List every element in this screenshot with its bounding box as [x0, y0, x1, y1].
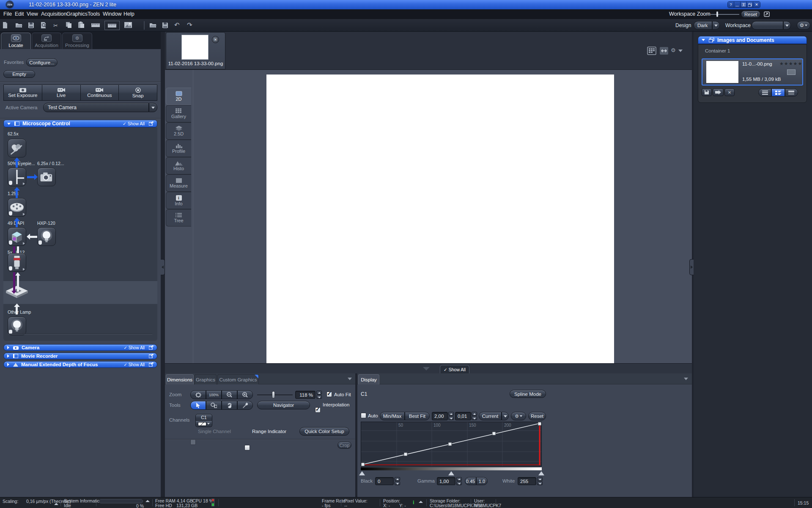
pan-tool-button[interactable]: [222, 401, 237, 410]
details-view-button[interactable]: [785, 88, 798, 97]
popout-icon[interactable]: [149, 362, 154, 367]
workspace-zoom-slider-thumb[interactable]: [716, 11, 718, 17]
minimize-button[interactable]: —: [734, 2, 741, 8]
zoom-value-stepper[interactable]: [316, 391, 322, 399]
camera-panel-header[interactable]: Camera ✓ Show All: [3, 344, 157, 351]
node-eyepiece-splitter[interactable]: [8, 168, 26, 186]
popout-icon[interactable]: [149, 345, 154, 350]
collapse-controls-icon[interactable]: [423, 367, 430, 370]
gamma-10-button[interactable]: 1.0: [476, 477, 488, 485]
left-panel-collapse-handle[interactable]: [161, 259, 165, 275]
document-tab[interactable]: ✕ 11-02-2016 13-33-00.png: [166, 32, 225, 69]
zoom-slider-thumb[interactable]: [272, 391, 275, 398]
new-document-icon[interactable]: [2, 22, 8, 29]
channel-selector[interactable]: C1: [195, 414, 212, 427]
item-select-box[interactable]: [787, 69, 796, 75]
tab-processing[interactable]: ⚙ Processing: [62, 33, 92, 49]
bestfit-high-stepper[interactable]: [472, 412, 477, 420]
white-point-slider[interactable]: [538, 471, 544, 475]
copy-icon[interactable]: [66, 22, 72, 28]
gallery-view-icon[interactable]: [647, 47, 656, 55]
list-view-button[interactable]: [758, 88, 771, 97]
movie-recorder-header[interactable]: Movie Recorder: [3, 353, 157, 359]
tab-graphics[interactable]: Graphics: [195, 374, 217, 384]
find-icon[interactable]: [40, 22, 47, 29]
gamma-045-button[interactable]: 0.45: [465, 477, 476, 485]
thumbnail-view-button[interactable]: [771, 88, 785, 97]
menu-acquisition[interactable]: Acquisition: [41, 11, 66, 17]
export-item-button[interactable]: [713, 88, 724, 96]
bestfit-high-input[interactable]: 0,01: [455, 412, 471, 420]
min-max-button[interactable]: Min/Max: [380, 412, 405, 420]
open-icon[interactable]: [15, 22, 22, 28]
display-settings-button[interactable]: ⚙: [511, 412, 526, 420]
zoom-value-input[interactable]: 118 %: [295, 391, 315, 399]
navigator-button[interactable]: Navigator: [257, 401, 310, 409]
image-icon[interactable]: [124, 22, 132, 28]
images-documents-header[interactable]: Images and Documents: [698, 36, 807, 44]
show-all-tab[interactable]: ✓ Show All: [440, 365, 469, 374]
picker-tool-button[interactable]: [237, 401, 253, 410]
node-hxp-lamp[interactable]: [37, 227, 56, 246]
node-camera-port[interactable]: [37, 168, 56, 186]
view-options-dropdown-icon[interactable]: [678, 50, 683, 52]
panel-dropdown-icon[interactable]: [684, 378, 688, 380]
view-tab-histo[interactable]: Histo: [166, 157, 191, 174]
empty-button[interactable]: Empty: [3, 70, 35, 78]
expand-view-icon[interactable]: [660, 47, 668, 55]
workspace-zoom-slider-track[interactable]: [705, 14, 739, 15]
histogram-curve-area[interactable]: 50 100 150 200: [361, 422, 542, 467]
document-list-item[interactable]: 11-0...-00.png ★★★★★ 1,55 MB / 3,09 kB: [702, 58, 803, 86]
set-exposure-button[interactable]: Set Exposure: [4, 85, 42, 100]
tab-dimensions[interactable]: Dimensions: [166, 374, 194, 384]
popout-icon[interactable]: [149, 121, 154, 126]
view-tab-measure[interactable]: Measure: [166, 174, 191, 192]
scaling-expand-icon[interactable]: [54, 503, 58, 505]
white-stepper[interactable]: [537, 477, 543, 485]
show-all-toggle[interactable]: ✓ Show All: [123, 121, 145, 126]
tab-locate[interactable]: Locate: [1, 33, 31, 49]
quick-color-setup-button[interactable]: Quick Color Setup: [299, 427, 349, 436]
menu-edit[interactable]: Edit: [15, 11, 24, 17]
help-button[interactable]: ?: [728, 2, 734, 8]
zoom-100-button[interactable]: 100%: [206, 390, 222, 399]
bestfit-low-stepper[interactable]: [448, 412, 454, 420]
current-dropdown[interactable]: Current: [479, 412, 509, 420]
continuous-button[interactable]: Continuous: [81, 85, 119, 100]
tab-acquisition[interactable]: Acquisition: [32, 33, 61, 49]
configure-button[interactable]: Configure...: [26, 58, 58, 66]
zoom-in-button[interactable]: [237, 390, 253, 399]
ruler-icon[interactable]: [91, 23, 100, 27]
interpolation-checkbox[interactable]: [315, 407, 321, 413]
close-document-icon[interactable]: ✕: [212, 36, 219, 43]
redo-icon[interactable]: ↷: [187, 21, 192, 29]
tile-button[interactable]: [741, 2, 747, 8]
save-image-icon[interactable]: [162, 22, 168, 28]
microscope-control-header[interactable]: Microscope Control ✓ Show All: [3, 120, 157, 127]
gamma-stepper[interactable]: [456, 477, 462, 485]
black-input[interactable]: 0: [375, 477, 394, 485]
image-canvas[interactable]: [266, 75, 614, 363]
menu-view[interactable]: View: [27, 11, 38, 17]
paste-icon[interactable]: [78, 22, 84, 28]
pointer-tool-button[interactable]: [190, 401, 206, 410]
save-icon[interactable]: [28, 22, 34, 28]
ruler-select-icon[interactable]: [104, 21, 120, 30]
view-tab-tree[interactable]: Tree: [166, 209, 191, 226]
progress-expand-icon[interactable]: [145, 500, 150, 502]
save-item-button[interactable]: [702, 88, 712, 96]
view-settings-gear-icon[interactable]: ⚙: [671, 47, 676, 53]
tab-custom-graphics[interactable]: Custom Graphics: [217, 374, 259, 384]
menu-help[interactable]: Help: [123, 11, 134, 17]
right-panel-collapse-handle[interactable]: [689, 259, 694, 275]
node-objective-top[interactable]: [8, 139, 26, 157]
live-button[interactable]: Live: [42, 85, 81, 100]
edf-panel-header[interactable]: Manual Extended Depth of Focus ✓ Show Al…: [3, 361, 157, 368]
info-indicator[interactable]: i: [413, 499, 414, 505]
workspace-zoom-reset-button[interactable]: Reset: [741, 11, 760, 18]
info-expand-icon[interactable]: [419, 501, 423, 503]
range-indicator-checkbox[interactable]: [244, 445, 250, 450]
node-objective[interactable]: [8, 253, 26, 272]
design-dropdown[interactable]: Dark: [694, 21, 720, 30]
close-button[interactable]: ✕: [753, 2, 760, 8]
